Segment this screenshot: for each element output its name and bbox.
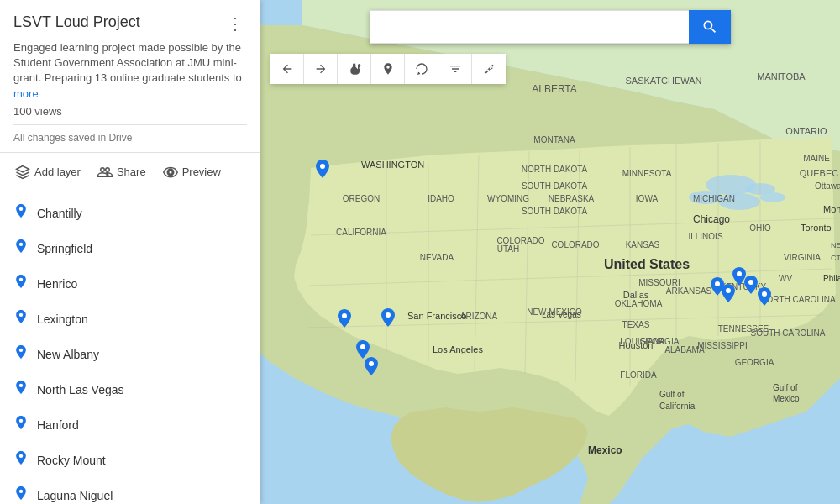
more-options-button[interactable]: ⋮ (223, 13, 247, 34)
toolbar: Add layer Share Preview (0, 153, 260, 192)
svg-text:United States: United States (604, 257, 690, 271)
svg-text:QUEBEC: QUEBEC (800, 168, 839, 178)
svg-text:UTAH: UTAH (497, 244, 519, 254)
svg-text:Houston: Houston (619, 340, 654, 350)
location-item[interactable]: Lexington (0, 302, 260, 337)
location-pin-icon (13, 239, 29, 258)
svg-text:Dallas: Dallas (623, 290, 649, 300)
svg-text:OHIO: OHIO (749, 223, 771, 233)
location-item[interactable]: New Albany (0, 337, 260, 372)
svg-text:NORTH CAROLINA: NORTH CAROLINA (760, 295, 836, 304)
forward-button[interactable] (304, 54, 338, 84)
svg-point-101 (726, 288, 731, 293)
svg-text:MICHIGAN: MICHIGAN (693, 194, 735, 203)
svg-text:Philadelphia: Philadelphia (823, 274, 840, 283)
svg-text:TEXAS: TEXAS (622, 320, 650, 329)
hand-icon (348, 62, 361, 76)
preview-icon (163, 165, 178, 180)
svg-text:Montreal: Montreal (823, 204, 840, 214)
ruler-icon (482, 62, 496, 76)
svg-text:MANITOBA: MANITOBA (757, 71, 806, 81)
svg-text:MINNESOTA: MINNESOTA (622, 169, 672, 178)
svg-text:COLORADO: COLORADO (496, 236, 544, 245)
svg-text:Las Vegas: Las Vegas (542, 310, 581, 319)
lasso-tool-button[interactable] (405, 54, 438, 84)
svg-text:Los Angeles: Los Angeles (433, 344, 483, 354)
svg-text:OKLAHOMA: OKLAHOMA (615, 299, 663, 308)
svg-text:CT RI: CT RI (831, 254, 840, 262)
svg-point-94 (320, 164, 325, 169)
ruler-tool-button[interactable] (472, 54, 506, 84)
svg-text:WYOMING: WYOMING (487, 194, 529, 203)
svg-text:IDAHO: IDAHO (428, 194, 454, 203)
location-pin-icon (13, 275, 29, 293)
location-item[interactable]: Henrico (0, 266, 260, 302)
svg-text:ONTARIO: ONTARIO (785, 126, 827, 136)
views-count: 100 views (13, 105, 247, 118)
map-tools-bar (270, 54, 506, 84)
svg-text:COLORADO: COLORADO (551, 240, 599, 249)
location-item[interactable]: Springfield (0, 231, 260, 266)
location-item[interactable]: Hanford (0, 407, 260, 443)
svg-text:California: California (659, 402, 696, 411)
map-search-button[interactable] (689, 10, 731, 44)
svg-text:FLORIDA: FLORIDA (620, 370, 657, 380)
forward-icon (314, 62, 328, 76)
location-item[interactable]: North Las Vegas (0, 372, 260, 407)
svg-text:Toronto: Toronto (801, 223, 832, 233)
location-name: Hanford (37, 418, 79, 432)
location-name: Laguna Niguel (37, 489, 113, 502)
back-icon (281, 62, 294, 76)
svg-point-100 (748, 280, 753, 285)
location-name: Springfield (37, 242, 92, 255)
svg-point-97 (360, 344, 365, 349)
share-icon (97, 165, 113, 180)
svg-text:CALIFORNIA: CALIFORNIA (336, 228, 386, 237)
svg-text:SOUTH DAKOTA: SOUTH DAKOTA (522, 181, 587, 191)
svg-text:TENNESSEE: TENNESSEE (718, 324, 769, 333)
location-item[interactable]: Rocky Mount (0, 443, 260, 478)
preview-button[interactable]: Preview (161, 161, 223, 183)
svg-marker-0 (17, 165, 29, 172)
filter-tool-button[interactable] (438, 54, 472, 84)
location-item[interactable]: Chantilly (0, 196, 260, 231)
svg-text:OREGON: OREGON (343, 194, 380, 203)
location-pin-icon (13, 204, 29, 223)
svg-text:WASHINGTON: WASHINGTON (361, 160, 424, 170)
location-pin-icon (13, 451, 29, 470)
add-layer-button[interactable]: Add layer (13, 161, 82, 183)
location-pin-icon (13, 416, 29, 434)
svg-text:Gulf of: Gulf of (659, 390, 685, 399)
location-name: North Las Vegas (37, 383, 124, 396)
add-layer-icon (15, 165, 30, 180)
svg-point-1 (19, 207, 23, 210)
location-pin-icon (13, 310, 29, 328)
back-button[interactable] (270, 54, 304, 84)
project-description: Engaged learning project made possible b… (13, 40, 247, 102)
svg-text:Mexico: Mexico (588, 444, 622, 456)
sidebar: LSVT Loud Project ⋮ Engaged learning pro… (0, 0, 260, 504)
svg-text:Ottawa: Ottawa (815, 181, 840, 191)
svg-text:WV: WV (779, 274, 792, 283)
share-button[interactable]: Share (96, 161, 148, 183)
svg-text:GEORGIA: GEORGIA (735, 358, 774, 367)
svg-text:MISSOURI: MISSOURI (638, 278, 680, 287)
hand-tool-button[interactable] (338, 54, 371, 84)
svg-point-9 (19, 489, 23, 492)
svg-text:SOUTH DAKOTA: SOUTH DAKOTA (522, 207, 587, 216)
filter-icon (449, 62, 462, 76)
pin-icon (381, 62, 395, 76)
map-search-input[interactable] (370, 10, 689, 44)
svg-point-96 (386, 312, 391, 318)
svg-text:Mexico: Mexico (773, 394, 800, 403)
location-name: New Albany (37, 348, 99, 361)
location-item[interactable]: Laguna Niguel (0, 478, 260, 504)
more-link[interactable]: more (13, 87, 39, 100)
svg-point-102 (715, 281, 720, 286)
svg-text:ALBERTA: ALBERTA (532, 83, 577, 95)
svg-text:MONTANA: MONTANA (533, 135, 575, 144)
location-pin-icon (13, 381, 29, 399)
svg-text:NEW YORK: NEW YORK (831, 241, 840, 249)
svg-text:NEBRASKA: NEBRASKA (549, 194, 595, 203)
pin-tool-button[interactable] (371, 54, 405, 84)
